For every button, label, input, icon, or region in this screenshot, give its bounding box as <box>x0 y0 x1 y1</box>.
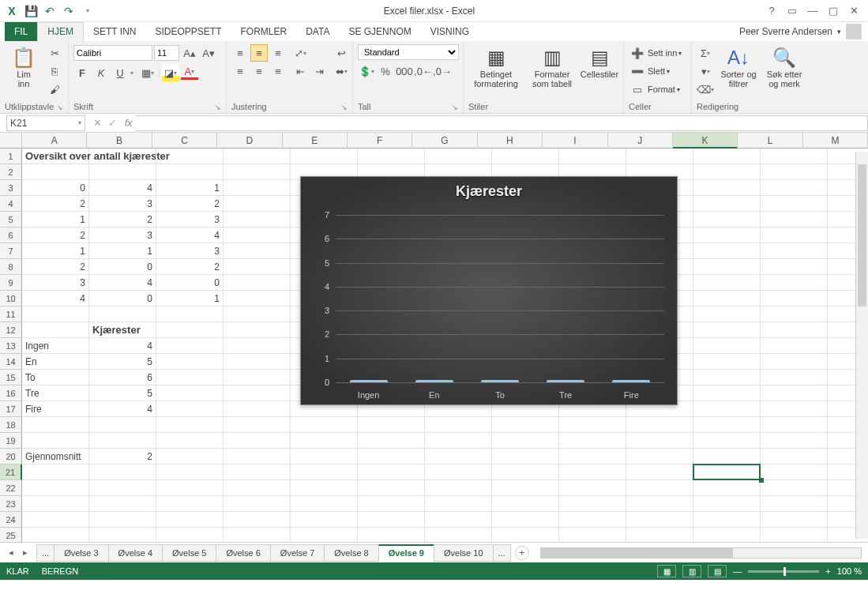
align-center-icon[interactable]: ≡ <box>250 62 268 80</box>
cell[interactable] <box>425 480 492 496</box>
cell[interactable]: Gjennomsnitt <box>22 449 89 464</box>
cell[interactable] <box>492 149 559 164</box>
orientation-icon[interactable]: ⤢ <box>291 44 309 62</box>
column-header[interactable]: C <box>152 133 217 149</box>
cell[interactable]: En <box>22 354 89 370</box>
cell[interactable] <box>22 417 89 433</box>
cell[interactable] <box>693 275 761 291</box>
increase-indent-icon[interactable]: ⇥ <box>310 62 328 80</box>
cell[interactable] <box>224 496 291 512</box>
cell[interactable]: 2 <box>89 212 156 228</box>
ribbon-display-icon[interactable]: ▭ <box>783 3 802 19</box>
cell[interactable] <box>559 433 626 449</box>
cell[interactable] <box>761 386 828 401</box>
cell[interactable] <box>761 433 828 449</box>
ribbon-tab-fil[interactable]: FIL <box>5 22 37 41</box>
view-normal-icon[interactable]: ▦ <box>657 565 676 577</box>
user-account[interactable]: Peer Sverre Andersen ▾ <box>739 22 868 41</box>
cell[interactable] <box>425 149 492 164</box>
qat-dropdown-icon[interactable] <box>79 2 96 20</box>
cell[interactable] <box>156 449 224 464</box>
cell[interactable] <box>224 243 291 259</box>
cell[interactable] <box>693 433 761 449</box>
decrease-indent-icon[interactable]: ⇤ <box>291 62 309 80</box>
cell[interactable] <box>89 496 156 512</box>
cell[interactable] <box>224 228 291 243</box>
find-select-button[interactable]: 🔍Søk etter og merk <box>763 44 806 88</box>
font-name-input[interactable] <box>73 45 152 61</box>
cell[interactable]: 3 <box>22 275 89 291</box>
zoom-in-button[interactable]: + <box>825 566 830 576</box>
cell[interactable] <box>492 528 559 542</box>
cell[interactable] <box>761 275 828 291</box>
cell[interactable] <box>358 149 425 164</box>
cell[interactable] <box>224 528 291 542</box>
cell[interactable] <box>693 401 761 417</box>
column-header[interactable]: L <box>738 133 802 149</box>
enter-formula-icon[interactable]: ✓ <box>108 117 117 129</box>
cell[interactable] <box>693 149 761 164</box>
cell[interactable] <box>492 417 559 433</box>
cell[interactable] <box>425 528 492 542</box>
view-page-break-icon[interactable]: ▤ <box>708 565 727 577</box>
zoom-slider[interactable] <box>748 570 819 573</box>
cell[interactable]: Fire <box>22 401 89 417</box>
cell[interactable] <box>693 322 761 338</box>
cell[interactable] <box>693 180 761 196</box>
cell[interactable] <box>626 464 693 480</box>
cell[interactable] <box>761 322 828 338</box>
cell[interactable] <box>761 149 828 164</box>
cell[interactable] <box>22 307 89 322</box>
maximize-icon[interactable]: ▢ <box>824 3 843 19</box>
cell[interactable]: 2 <box>22 228 89 243</box>
cell[interactable] <box>761 370 828 386</box>
cell[interactable] <box>224 322 291 338</box>
row-header[interactable]: 17 <box>0 401 22 417</box>
column-header[interactable]: A <box>22 133 87 149</box>
cell[interactable] <box>425 464 492 480</box>
cell[interactable] <box>224 180 291 196</box>
sheet-tab[interactable]: Øvelse 10 <box>434 544 494 562</box>
cell[interactable]: 4 <box>89 338 156 354</box>
cell[interactable] <box>224 401 291 417</box>
ribbon-tab-visning[interactable]: VISNING <box>421 22 479 41</box>
cell[interactable] <box>156 354 224 370</box>
cell[interactable] <box>291 149 358 164</box>
align-middle-icon[interactable]: ≡ <box>250 44 268 62</box>
launcher-icon[interactable]: ↘ <box>57 103 63 111</box>
column-header[interactable]: M <box>803 133 868 149</box>
cell[interactable] <box>89 480 156 496</box>
cell[interactable] <box>425 417 492 433</box>
sheet-tab[interactable]: Øvelse 6 <box>216 544 270 562</box>
cell[interactable] <box>626 449 693 464</box>
row-header[interactable]: 10 <box>0 291 22 307</box>
sort-filter-button[interactable]: A↓Sorter og filtrer <box>717 44 760 88</box>
cell[interactable] <box>291 528 358 542</box>
cell[interactable]: 5 <box>89 354 156 370</box>
font-size-input[interactable] <box>154 45 179 61</box>
cell[interactable] <box>761 164 828 180</box>
undo-icon[interactable]: ↶ <box>41 2 58 20</box>
ribbon-tab-hjem[interactable]: HJEM <box>37 22 84 41</box>
cell[interactable] <box>224 149 291 164</box>
row-header[interactable]: 19 <box>0 433 22 449</box>
cell[interactable] <box>89 512 156 528</box>
cell[interactable] <box>224 212 291 228</box>
cell[interactable] <box>559 512 626 528</box>
launcher-icon[interactable]: ↘ <box>452 103 458 111</box>
cell[interactable] <box>761 228 828 243</box>
cell[interactable]: 2 <box>22 196 89 212</box>
fill-color-icon[interactable]: ◪ <box>162 64 179 81</box>
percent-icon[interactable]: % <box>377 62 394 80</box>
column-header[interactable]: J <box>608 133 673 149</box>
align-top-icon[interactable]: ≡ <box>231 44 249 62</box>
cell[interactable] <box>693 259 761 275</box>
cell[interactable] <box>224 449 291 464</box>
cell[interactable] <box>693 212 761 228</box>
cell[interactable] <box>224 196 291 212</box>
delete-button[interactable]: ➖Slett ▾ <box>629 62 682 80</box>
row-header[interactable]: 4 <box>0 196 22 212</box>
insert-button[interactable]: ➕Sett inn ▾ <box>629 44 682 62</box>
cell[interactable]: 4 <box>22 291 89 307</box>
row-header[interactable]: 23 <box>0 496 22 512</box>
